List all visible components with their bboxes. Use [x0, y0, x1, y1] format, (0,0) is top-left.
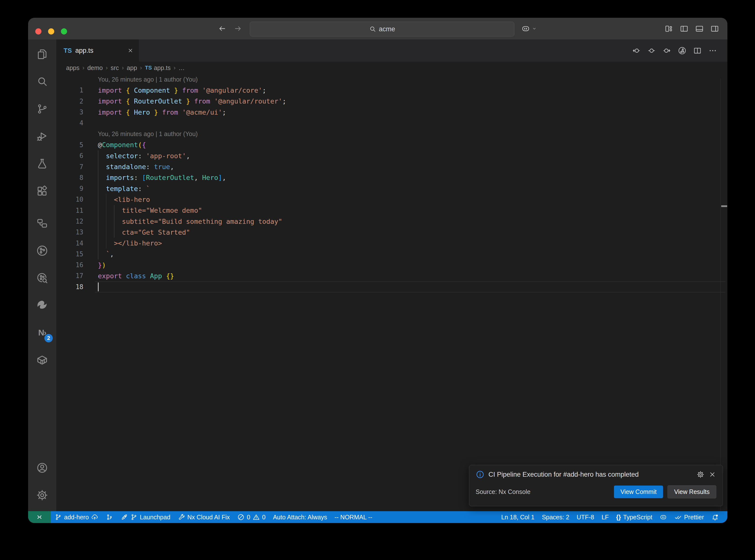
notification-close-icon[interactable]: [709, 471, 716, 478]
activity-item-commit-search[interactable]: [28, 264, 56, 292]
minimize-window-button[interactable]: [48, 28, 54, 35]
code-line-5[interactable]: 5@Component({: [56, 140, 728, 151]
status-encoding[interactable]: UTF-8: [573, 511, 598, 523]
tab-app-ts[interactable]: TS app.ts: [56, 39, 139, 62]
status-problems[interactable]: 00: [234, 511, 269, 523]
code-line-2[interactable]: 2import { RouterOutlet } from '@angular/…: [56, 96, 728, 107]
status-language-mode[interactable]: {}TypeScript: [613, 511, 656, 523]
code-text: imports: [RouterOutlet, Hero],: [98, 174, 226, 181]
code-line-8[interactable]: 8 imports: [RouterOutlet, Hero],: [56, 172, 728, 183]
nav-current-revision-button[interactable]: [647, 46, 656, 55]
more-actions-button[interactable]: [709, 46, 717, 55]
status-git-branch[interactable]: add-hero: [51, 511, 102, 523]
activity-item-run-and-debug[interactable]: [28, 122, 56, 150]
view-results-button[interactable]: View Results: [668, 485, 716, 498]
toggle-panel-button[interactable]: [695, 24, 704, 33]
extensions-icon: [36, 185, 48, 197]
copilot-menu[interactable]: [521, 18, 538, 39]
activity-item-testing[interactable]: [28, 150, 56, 177]
history-nav: [218, 18, 242, 39]
status-eol-sequence[interactable]: LF: [598, 511, 613, 523]
command-center[interactable]: acme: [250, 22, 514, 37]
breadcrumb-item-[interactable]: …: [179, 64, 185, 72]
status-git-compare[interactable]: [102, 511, 117, 523]
typescript-file-icon: TS: [145, 65, 152, 71]
activity-item-containers[interactable]: [28, 346, 56, 374]
zoom-window-button[interactable]: [61, 28, 67, 35]
activity-item-ci-pipeline[interactable]: [28, 237, 56, 264]
activity-item-manage-settings[interactable]: [28, 481, 56, 509]
history-back-button[interactable]: [218, 24, 226, 33]
indent-guide: [98, 151, 98, 260]
error-icon: [237, 514, 244, 521]
breadcrumb-separator-icon: ›: [106, 64, 108, 71]
activity-item-extensions[interactable]: [28, 177, 56, 205]
notification-source: Source: Nx Console: [476, 488, 610, 495]
breadcrumb-separator-icon: ›: [82, 64, 84, 71]
view-commit-button[interactable]: View Commit: [614, 485, 663, 498]
status-cursor-position[interactable]: Ln 18, Col 1: [498, 511, 538, 523]
breadcrumb-item-app[interactable]: app: [127, 64, 137, 72]
blame-text: You, 26 minutes ago | 1 author (You): [98, 76, 198, 83]
status-auto-attach[interactable]: Auto Attach: Always: [269, 511, 331, 523]
code-line-15[interactable]: 15 `,: [56, 249, 728, 260]
code-line-10[interactable]: 10 <lib-hero: [56, 194, 728, 205]
breadcrumb-item-apps[interactable]: apps: [66, 64, 79, 72]
status-indentation[interactable]: Spaces: 2: [538, 511, 573, 523]
status-gitlens-launchpad[interactable]: Launchpad: [117, 511, 174, 523]
close-tab-icon[interactable]: [127, 47, 134, 54]
activity-item-search[interactable]: [28, 68, 56, 95]
activity-item-nx-console[interactable]: N›2: [28, 319, 56, 346]
code-line-11[interactable]: 11 title="Welcmoe demo": [56, 205, 728, 216]
overview-ruler[interactable]: [720, 78, 721, 511]
status-remote-window[interactable]: [28, 511, 51, 523]
status-text: LF: [602, 514, 609, 521]
code-line-16[interactable]: 16}): [56, 260, 728, 271]
line-number: 1: [56, 86, 87, 94]
status-copilot-status[interactable]: [656, 511, 671, 523]
close-window-button[interactable]: [35, 28, 41, 35]
code-line-3[interactable]: 3import { Hero } from '@acme/ui';: [56, 107, 728, 118]
code-editor[interactable]: You, 26 minutes ago | 1 author (You)1imp…: [56, 74, 728, 511]
nav-forward-button[interactable]: [662, 46, 671, 55]
breadcrumb-item-demo[interactable]: demo: [87, 64, 103, 72]
status-notifications[interactable]: [708, 511, 722, 523]
toggle-primary-sidebar-button[interactable]: [680, 24, 689, 33]
breadcrumb-label: apps: [66, 64, 79, 72]
code-line-4[interactable]: 4: [56, 118, 728, 128]
code-line-7[interactable]: 7 standalone: true,: [56, 161, 728, 172]
activity-item-project-structure[interactable]: [28, 209, 56, 237]
split-editor-button[interactable]: [693, 46, 702, 55]
window-controls: [35, 28, 67, 35]
breadcrumb-item-src[interactable]: src: [111, 64, 119, 72]
code-line-12[interactable]: 12 subtitle="Build something amazing tod…: [56, 216, 728, 227]
code-line-6[interactable]: 6 selector: 'app-root',: [56, 151, 728, 161]
activity-item-accounts[interactable]: [28, 454, 56, 481]
layout-controls: [664, 18, 719, 39]
line-number: 2: [56, 98, 87, 105]
notification-settings-icon[interactable]: [697, 471, 704, 478]
code-line-1[interactable]: 1import { Component } from '@angular/cor…: [56, 85, 728, 96]
status-vim-mode[interactable]: -- NORMAL --: [331, 511, 376, 523]
customize-layout-button[interactable]: [664, 24, 673, 33]
line-number: 7: [56, 163, 87, 171]
breadcrumb-item-app.ts[interactable]: TSapp.ts: [145, 64, 171, 72]
activity-item-nx-cloud[interactable]: [28, 292, 56, 319]
notification-toast: CI Pipeline Execution for #add-hero has …: [469, 465, 723, 506]
history-forward-button[interactable]: [234, 24, 242, 33]
status-prettier[interactable]: Prettier: [671, 511, 708, 523]
activity-item-source-control[interactable]: [28, 95, 56, 122]
explorer-icon: [36, 48, 48, 60]
code-text: title="Welcmoe demo": [98, 206, 202, 214]
nav-back-button[interactable]: [632, 46, 641, 55]
toggle-secondary-sidebar-button[interactable]: [710, 24, 719, 33]
status-nx-cloud-ai-fix[interactable]: Nx Cloud AI Fix: [174, 511, 234, 523]
braces-icon: {}: [616, 514, 621, 521]
gitlens-commit-graph-button[interactable]: [678, 46, 687, 55]
code-line-13[interactable]: 13 cta="Get Started": [56, 227, 728, 238]
code-line-17[interactable]: 17export class App {}: [56, 271, 728, 281]
code-line-14[interactable]: 14 ></lib-hero>: [56, 238, 728, 248]
accounts-icon: [36, 462, 48, 474]
code-line-9[interactable]: 9 template: `: [56, 183, 728, 194]
activity-item-explorer[interactable]: [28, 40, 56, 68]
